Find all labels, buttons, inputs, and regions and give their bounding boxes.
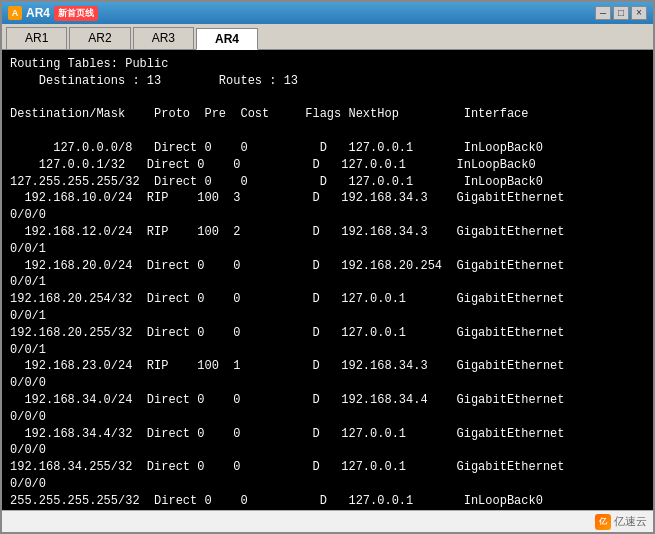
- close-button[interactable]: ×: [631, 6, 647, 20]
- title-bar: A AR4 新首页线 — □ ×: [2, 2, 653, 24]
- tab-ar4[interactable]: AR4: [196, 28, 258, 50]
- title-bar-badge: 新首页线: [54, 6, 98, 21]
- main-window: A AR4 新首页线 — □ × AR1 AR2 AR3 AR4 Routing…: [0, 0, 655, 534]
- tab-ar2[interactable]: AR2: [69, 27, 130, 49]
- tab-bar: AR1 AR2 AR3 AR4: [2, 24, 653, 50]
- window-controls: — □ ×: [595, 6, 647, 20]
- watermark-text: 亿速云: [614, 514, 647, 529]
- app-icon: A: [8, 6, 22, 20]
- tab-ar3[interactable]: AR3: [133, 27, 194, 49]
- bottom-bar: 亿 亿速云: [2, 510, 653, 532]
- minimize-button[interactable]: —: [595, 6, 611, 20]
- maximize-button[interactable]: □: [613, 6, 629, 20]
- watermark: 亿 亿速云: [595, 514, 647, 530]
- title-bar-title: AR4: [26, 6, 50, 20]
- terminal-output[interactable]: Routing Tables: Public Destinations : 13…: [2, 50, 653, 510]
- title-bar-left: A AR4 新首页线: [8, 6, 98, 21]
- tab-ar1[interactable]: AR1: [6, 27, 67, 49]
- watermark-logo: 亿: [595, 514, 611, 530]
